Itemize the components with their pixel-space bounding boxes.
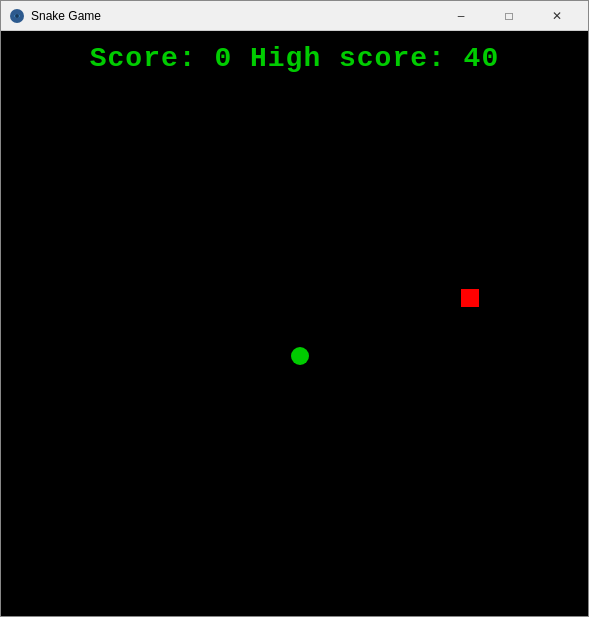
score-display: Score: 0 High score: 40 <box>1 43 588 74</box>
food <box>461 289 479 307</box>
window: Snake Game – □ ✕ Score: 0 High score: 40 <box>0 0 589 617</box>
close-button[interactable]: ✕ <box>534 2 580 30</box>
game-area: Score: 0 High score: 40 <box>1 31 588 616</box>
title-bar-left: Snake Game <box>9 8 101 24</box>
window-title: Snake Game <box>31 9 101 23</box>
app-icon <box>9 8 25 24</box>
maximize-button[interactable]: □ <box>486 2 532 30</box>
svg-point-1 <box>15 14 19 18</box>
snake-head <box>291 347 309 365</box>
title-bar-controls: – □ ✕ <box>438 2 580 30</box>
minimize-button[interactable]: – <box>438 2 484 30</box>
title-bar: Snake Game – □ ✕ <box>1 1 588 31</box>
